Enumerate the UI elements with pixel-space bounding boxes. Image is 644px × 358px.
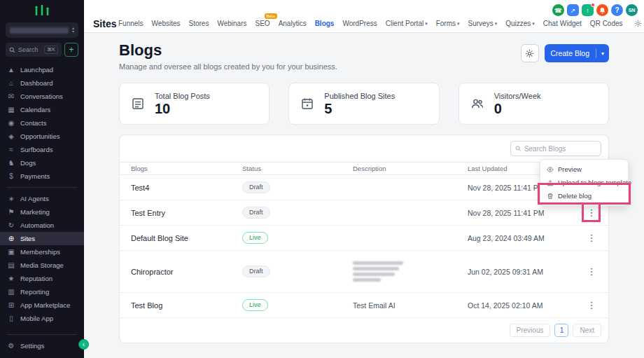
table-row: Test Blog Live Test Email AI Oct 14, 202… <box>120 293 608 318</box>
sidebar-item-reputation[interactable]: ★Reputation <box>0 272 84 285</box>
create-blog-button[interactable]: Create Blog ▾ <box>545 44 609 62</box>
marketing-icon: ⚑ <box>7 208 15 216</box>
tab-forms[interactable]: Forms▾ <box>436 20 460 27</box>
pagination: Previous 1 Next <box>120 318 608 343</box>
sidebar-item-settings[interactable]: ⚙Settings <box>0 339 84 352</box>
sidebar-item-contacts[interactable]: ◉Contacts <box>0 116 84 130</box>
column-header-description: Description <box>353 165 468 172</box>
sites-icon: ⊕ <box>7 235 15 242</box>
help-icon[interactable]: ? <box>611 4 623 16</box>
blog-settings-gear-button[interactable] <box>521 44 539 62</box>
search-blogs-box[interactable] <box>510 141 601 156</box>
ai-agents-icon: ∗ <box>7 195 15 202</box>
last-updated: Oct 14, 2025 02:10 AM <box>468 301 575 310</box>
chevron-down-icon: ▾ <box>425 21 428 27</box>
tab-websites[interactable]: Websites <box>152 20 181 27</box>
menu-item-delete-blog[interactable]: Delete blog <box>540 189 628 202</box>
sidebar-item-dogs[interactable]: ♞Dogs <box>0 156 84 170</box>
sidebar-item-launchpad[interactable]: ▲Launchpad <box>0 63 84 76</box>
menu-item-upload-to-blogs-template[interactable]: Upload to blogs template <box>540 176 628 189</box>
search-blogs-input[interactable] <box>524 145 596 153</box>
sidebar-item-payments[interactable]: $Payments <box>0 170 84 183</box>
academy-glyph: ↑ <box>586 7 589 14</box>
sidebar-item-surfboards[interactable]: ≈Surfboards <box>0 143 84 156</box>
tab-chat-widget[interactable]: Chat Widget <box>543 20 582 27</box>
app-marketplace-icon: ⊞ <box>7 301 15 309</box>
quick-launch-icon[interactable]: ↗ <box>567 4 579 16</box>
row-actions-kebab-icon[interactable]: ⋮ <box>583 206 601 219</box>
row-actions-kebab-icon[interactable]: ⋮ <box>583 298 601 312</box>
tab-blogs[interactable]: Blogs <box>315 20 335 27</box>
main-area: Sites Funnels Websites Stores Webinars S… <box>84 0 644 358</box>
sidebar-item-conversations[interactable]: ✉Conversations <box>0 90 84 103</box>
sidebar-item-ai-agents[interactable]: ∗AI Agents <box>0 192 84 205</box>
sidebar-item-marketing[interactable]: ⚑Marketing <box>0 205 84 219</box>
tab-stores[interactable]: Stores <box>189 20 209 27</box>
blog-name[interactable]: Test4 <box>131 184 242 192</box>
tab-funnels[interactable]: Funnels <box>118 20 144 27</box>
pagination-page-1-button[interactable]: 1 <box>554 324 568 337</box>
row-actions-kebab-icon[interactable]: ⋮ <box>583 231 601 245</box>
sidebar-item-opportunities[interactable]: ◈Opportunities <box>0 130 84 143</box>
tab-surveys[interactable]: Surveys▾ <box>468 20 498 27</box>
last-updated: Nov 28, 2025 11:41 PM <box>468 209 575 217</box>
tab-qr-codes[interactable]: QR Codes <box>590 20 623 27</box>
sidebar-item-automation[interactable]: ↻Automation <box>0 219 84 232</box>
sidebar-item-label: Sites <box>20 235 35 242</box>
notifications-bell-icon[interactable] <box>596 4 608 16</box>
table-row: Test4 Draft Nov 28, 2025 11:41 PM ⋮ <box>120 175 608 200</box>
menu-item-preview[interactable]: Preview <box>540 163 628 176</box>
sidebar-item-label: Settings <box>20 342 44 350</box>
tab-quizzes[interactable]: Quizzes▾ <box>505 20 535 27</box>
stat-card-total-posts: Total Blog Posts 10 <box>119 83 270 125</box>
sidebar-item-label: Dogs <box>20 159 36 167</box>
tab-seo[interactable]: SEOBeta <box>255 20 270 27</box>
sidebar-item-label: Calendars <box>20 106 50 113</box>
sidebar-item-calendars[interactable]: ▦Calendars <box>0 103 84 116</box>
sidebar-search-input[interactable] <box>18 46 39 53</box>
tab-client-portal[interactable]: Client Portal▾ <box>386 20 428 27</box>
pagination-next-button[interactable]: Next <box>573 324 601 337</box>
sidebar-item-reporting[interactable]: ▥Reporting <box>0 285 84 298</box>
avatar[interactable]: SN <box>626 4 638 16</box>
tab-analytics[interactable]: Analytics <box>279 20 307 27</box>
phone-icon[interactable]: ☎ <box>552 4 564 16</box>
sidebar-divider <box>7 334 77 335</box>
published-sites-icon <box>300 97 314 111</box>
sidebar-item-mobile-app[interactable]: ▯Mobile App <box>0 312 84 325</box>
academy-icon[interactable]: ↑ <box>582 4 594 16</box>
reporting-icon: ▥ <box>7 288 15 296</box>
sidebar-item-label: Opportunities <box>20 132 60 140</box>
menu-item-label: Delete blog <box>558 192 592 200</box>
sidebar-collapse-button[interactable]: ‹ <box>78 339 89 350</box>
sidebar-item-media-storage[interactable]: ▤Media Storage <box>0 259 84 272</box>
topbar-icon-cluster: ☎ ↗ ↑ ? SN <box>552 4 638 16</box>
account-switcher[interactable]: ▴▾ <box>6 22 78 38</box>
blog-name[interactable]: Test Entry <box>131 209 242 217</box>
blog-name[interactable]: Default Blog Site <box>131 234 242 242</box>
tab-webinars[interactable]: Webinars <box>217 20 246 27</box>
sidebar-divider <box>7 187 77 188</box>
topbar: Sites Funnels Websites Stores Webinars S… <box>84 0 644 33</box>
sidebar-item-memberships[interactable]: ▣Memberships <box>0 245 84 259</box>
search-icon <box>515 145 522 152</box>
table-row: Default Blog Site Live Aug 23, 2024 03:4… <box>120 226 608 251</box>
blog-name[interactable]: Test Blog <box>131 301 242 310</box>
quick-add-button[interactable]: + <box>64 43 78 57</box>
conversations-icon: ✉ <box>7 92 15 100</box>
sidebar-item-sites[interactable]: ⊕Sites <box>0 232 84 245</box>
sidebar-item-app-marketplace[interactable]: ⊞App Marketplace <box>0 298 84 312</box>
sidebar-search[interactable]: ⌘K <box>6 43 62 57</box>
stats-row: Total Blog Posts 10 Published Blog Sites… <box>119 83 609 125</box>
stat-value: 10 <box>155 101 210 116</box>
sidebar-item-label: Reporting <box>20 288 49 296</box>
row-actions-kebab-icon[interactable]: ⋮ <box>583 265 601 278</box>
pagination-previous-button[interactable]: Previous <box>510 324 551 337</box>
sidebar-item-dashboard[interactable]: ⌂Dashboard <box>0 76 84 90</box>
search-icon <box>9 47 15 53</box>
blog-name[interactable]: Chiropractor <box>131 268 242 276</box>
chevron-down-icon: ▾ <box>457 21 460 27</box>
tab-wordpress[interactable]: WordPress <box>342 20 377 27</box>
chevron-down-icon[interactable]: ▾ <box>596 50 609 57</box>
tab-settings-gear-icon[interactable] <box>634 20 642 27</box>
